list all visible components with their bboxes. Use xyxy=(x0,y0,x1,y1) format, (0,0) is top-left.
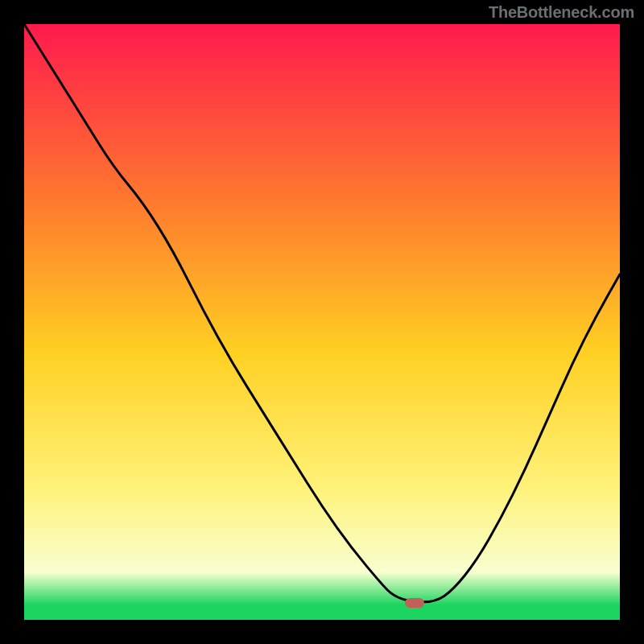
chart-frame xyxy=(24,24,620,620)
watermark-text: TheBottleneck.com xyxy=(489,3,634,22)
bottleneck-chart-canvas xyxy=(24,24,620,620)
optimal-point-marker xyxy=(405,598,424,608)
